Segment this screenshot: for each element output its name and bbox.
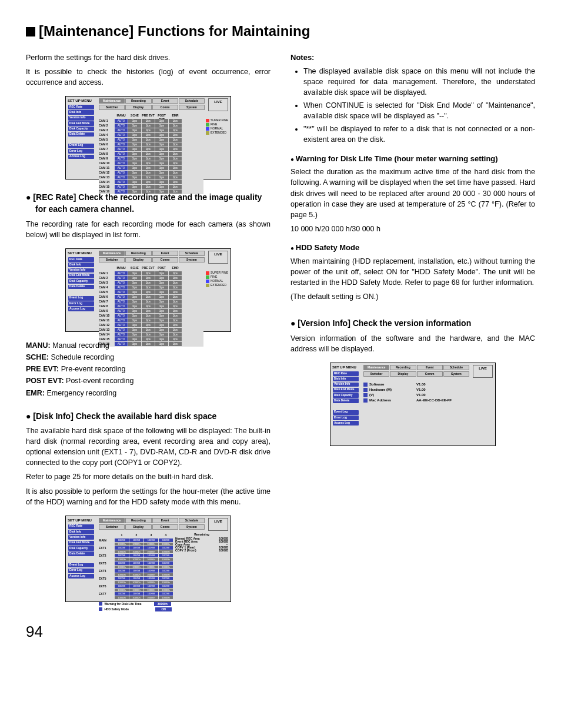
side-btn: Access Log — [68, 155, 94, 159]
side-btn: REC Rate — [333, 371, 359, 376]
hdd-heading: HDD Safety Mode — [290, 242, 535, 254]
page-title: [Maintenance] Functions for Maintaining — [26, 21, 535, 42]
side-btn: Data Delete — [333, 398, 359, 403]
side-btn: Disk End Mode — [68, 541, 94, 546]
tab: Switcher — [99, 524, 125, 530]
side-btn: Disk Capacity — [333, 393, 359, 398]
warning-heading: Warning for Disk Life Time (hour meter w… — [290, 154, 535, 165]
tab: Maintenance — [99, 98, 125, 104]
tab: Display — [125, 105, 151, 110]
tab: Recording — [125, 518, 151, 523]
side-btn: Disk Info — [333, 377, 359, 381]
live-badge: LIVE — [208, 518, 228, 531]
side-btn: Event Log — [68, 296, 94, 301]
side-btn: Disk Info — [68, 530, 94, 534]
tab: Display — [125, 257, 151, 262]
quality-legend: SUPER FINE FINE NORMAL EXTENDED — [206, 271, 228, 347]
side-btn: Data Delete — [68, 551, 94, 556]
shot-menu-title: SET UP MENU — [330, 365, 361, 371]
diskinfo-table: 1234MAIN100GB100GB100GB100GB10000h10000h… — [99, 533, 173, 600]
side-btn: Access Log — [333, 421, 359, 426]
tab: Display — [390, 371, 416, 377]
tab: Schedule — [179, 251, 205, 256]
hdd-p2: (The default setting is ON.) — [290, 291, 535, 302]
side-btn: Disk Info — [68, 262, 94, 267]
tab: Recording — [390, 365, 416, 370]
tab: Event — [152, 251, 178, 256]
title-bracket: [Maintenance] — [39, 23, 133, 39]
tab: Comm — [152, 105, 178, 110]
tab: Comm — [417, 371, 443, 377]
disk-info-p3: It is also possible to perform the setti… — [26, 486, 271, 507]
rate-table: MANUSCHEPRE EVTPOST EVTEMRCAM 1AUTO1ips1… — [99, 114, 203, 194]
side-btn: Disk Capacity — [68, 546, 94, 551]
tab: Event — [152, 98, 178, 104]
shot-menu-title: SET UP MENU — [66, 251, 96, 257]
tab: Schedule — [443, 365, 469, 370]
side-btn: Error Log — [68, 149, 94, 154]
notes-list: The displayed available disk space on th… — [290, 66, 535, 145]
side-btn: Disk End Mode — [68, 121, 94, 126]
screenshot-rec-rate: SET UP MENU REC Rate Disk Info Version I… — [65, 96, 231, 179]
screenshot-rec-rate-2: SET UP MENU REC Rate Disk Info Version I… — [65, 248, 231, 332]
tab: Switcher — [99, 257, 125, 262]
side-btn: Event Log — [68, 563, 94, 568]
title-rest: Functions for Maintaining — [133, 23, 310, 39]
live-badge: LIVE — [208, 98, 228, 111]
side-btn: Data Delete — [68, 285, 94, 290]
tab: Comm — [152, 524, 178, 530]
remaining-block: Remaining Normal REC Area100GBEvent REC … — [175, 533, 228, 600]
definitions: MANU: Manual recording SCHE: Schedule re… — [26, 340, 271, 398]
tab: Event — [417, 365, 443, 370]
tab: System — [179, 105, 205, 110]
side-btn: Disk End Mode — [333, 388, 359, 393]
tab: Switcher — [363, 371, 389, 377]
tab: Recording — [125, 251, 151, 256]
side-btn: Access Log — [68, 574, 94, 579]
side-btn: Version Info — [333, 383, 359, 387]
side-btn: Disk Info — [68, 110, 94, 115]
tab: System — [179, 257, 205, 262]
rec-rate-text: The recording rate for each recording mo… — [26, 219, 271, 240]
side-btn: Access Log — [68, 307, 94, 311]
intro-2: It is possible to check the histories (l… — [26, 67, 271, 88]
version-heading: [Version Info] Check the version informa… — [290, 317, 535, 329]
side-btn: Version Info — [68, 116, 94, 121]
tab: System — [179, 524, 205, 530]
tab: Comm — [152, 257, 178, 262]
tab: Maintenance — [99, 251, 125, 256]
side-btn: Disk Capacity — [68, 127, 94, 131]
side-btn: Disk Capacity — [68, 279, 94, 284]
version-p: Version information of the software and … — [290, 333, 535, 354]
disk-info-p2: Refer to page 25 for more details on the… — [26, 471, 271, 482]
warning-p1: Select the duration as the maximum activ… — [290, 167, 535, 220]
tab: Recording — [125, 98, 151, 104]
live-badge: LIVE — [208, 251, 228, 264]
side-btn: Event Log — [68, 144, 94, 148]
rec-rate-heading: [REC Rate] Check the recording rate and … — [26, 191, 271, 215]
tab: Maintenance — [363, 365, 389, 370]
shot-menu-title: SET UP MENU — [66, 518, 96, 524]
note-item: The displayed available disk space on th… — [303, 66, 535, 98]
side-btn: Disk End Mode — [68, 274, 94, 278]
side-btn: Version Info — [68, 268, 94, 273]
side-btn: Data Delete — [68, 132, 94, 137]
tab: Schedule — [179, 98, 205, 104]
side-btn: REC Rate — [68, 105, 94, 109]
side-btn: Error Log — [68, 569, 94, 573]
note-item: When CONTINUE is selected for "Disk End … — [303, 100, 535, 121]
side-btn: REC Rate — [68, 524, 94, 529]
live-badge: LIVE — [473, 365, 493, 378]
square-bullet-icon — [26, 27, 35, 36]
page-number: 94 — [26, 621, 535, 643]
notes-heading: Notes: — [290, 52, 535, 64]
disk-info-p1: The available hard disk space of the fol… — [26, 426, 271, 468]
disk-info-heading: [Disk Info] Check the available hard dis… — [26, 410, 271, 422]
screenshot-disk-info: SET UP MENU REC Rate Disk Info Version I… — [65, 516, 231, 602]
side-btn: Error Log — [333, 415, 359, 420]
side-btn: Version Info — [68, 535, 94, 540]
hdd-p1: When maintaining (HDD replacement, insta… — [290, 256, 535, 288]
shot-menu-title: SET UP MENU — [66, 99, 96, 105]
tab: Maintenance — [99, 518, 125, 523]
rate-table: MANUSCHEPRE EVTPOST EVTEMRCAM 1AUTO1ips1… — [99, 266, 203, 347]
